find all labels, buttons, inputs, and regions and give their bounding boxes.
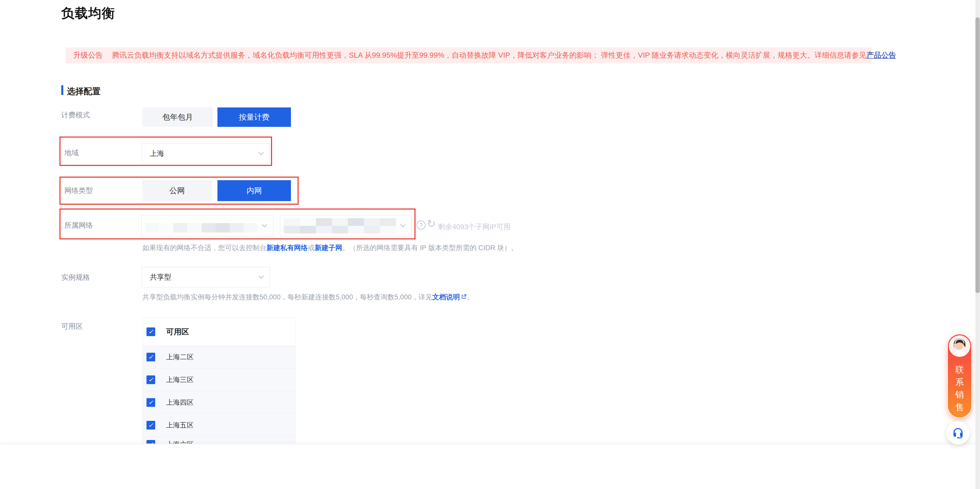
chevron-down-icon [259, 273, 264, 279]
zones-label: 可用区 [61, 322, 83, 331]
product-announcement-link[interactable]: 产品公告 [866, 50, 896, 61]
subnet-select[interactable] [280, 215, 412, 236]
select-all-checkbox[interactable]: ✓ [146, 327, 155, 336]
check-icon: ✓ [148, 422, 153, 429]
check-icon: ✓ [148, 328, 153, 335]
banner-message: 腾讯云负载均衡支持以域名方式提供服务，域名化负载均衡可用性更强，SLA 从99.… [112, 50, 866, 61]
network-help-suffix: 。（所选的网络需要具有 IP 版本类型所需的 CIDR 块）。 [342, 244, 518, 252]
chevron-down-icon [259, 150, 264, 155]
purchase-footer-bar: 数量 − + 实例费用 立即购买 [0, 444, 980, 489]
check-icon: ✓ [148, 376, 153, 383]
refresh-glyph: ↻ [427, 218, 436, 230]
scrollbar-thumb[interactable] [975, 18, 980, 293]
question-circle-icon[interactable]: ? [417, 220, 426, 230]
section-accent-bar [61, 85, 63, 95]
check-icon: ✓ [148, 399, 153, 406]
zone-name: 上海五区 [166, 421, 194, 430]
spec-help-text: 共享型负载均衡实例每分钟并发连接数50,000，每秒新建连接数5,000，每秒查… [142, 293, 474, 302]
banner-label: 升级公告 [73, 50, 103, 61]
redacted-vpc-value [145, 219, 258, 233]
zone-name: 上海六区 [166, 440, 194, 444]
zone-row-shanghai-3[interactable]: ✓ 上海三区 [143, 368, 296, 391]
instance-spec-value: 共享型 [150, 272, 171, 282]
zone-row-shanghai-2[interactable]: ✓ 上海二区 [143, 346, 296, 368]
network-help-or: 或 [308, 244, 315, 252]
spec-help-prefix: 共享型负载均衡实例每分钟并发连接数50,000，每秒新建连接数5,000，每秒查… [142, 293, 432, 301]
redacted-subnet-value [284, 218, 396, 234]
zone-row-shanghai-4[interactable]: ✓ 上海四区 [143, 391, 296, 414]
support-chat-button[interactable] [946, 421, 970, 444]
billing-option-prepaid[interactable]: 包年包月 [142, 107, 213, 127]
doc-link[interactable]: 文档说明 [432, 293, 460, 301]
create-subnet-link[interactable]: 新建子网 [315, 244, 342, 252]
avatar [949, 335, 970, 357]
billing-mode-label: 计费模式 [61, 110, 90, 120]
zone-checkbox[interactable]: ✓ [146, 376, 155, 384]
zone-checkbox[interactable]: ✓ [146, 398, 155, 407]
upgrade-banner: 升级公告 腾讯云负载均衡支持以域名方式提供服务，域名化负载均衡可用性更强，SLA… [65, 48, 872, 63]
network-help-text: 如果现有的网络不合适，您可以去控制台新建私有网络或新建子网。（所选的网络需要具有… [142, 243, 518, 252]
external-link-icon[interactable] [460, 293, 467, 300]
zone-name: 上海二区 [166, 352, 194, 362]
zone-row-shanghai-5[interactable]: ✓ 上海五区 [143, 414, 296, 437]
network-type-label: 网络类型 [64, 186, 93, 196]
vpc-select[interactable] [142, 215, 273, 236]
contact-sales-text: 联系销售 [955, 363, 964, 413]
check-icon: ✓ [148, 441, 153, 444]
zone-checkbox[interactable]: ✓ [146, 440, 155, 444]
region-select[interactable]: 上海 [142, 143, 270, 164]
zone-name: 上海四区 [166, 398, 194, 407]
zone-name: 上海三区 [166, 375, 194, 384]
chevron-down-icon [262, 222, 267, 228]
zone-checkbox[interactable]: ✓ [146, 421, 155, 430]
region-value: 上海 [150, 149, 164, 158]
zones-header-title: 可用区 [166, 327, 189, 337]
billing-option-payg[interactable]: 按量计费 [218, 107, 291, 127]
contact-sales-widget[interactable]: 联系销售 [947, 334, 972, 418]
network-type-public[interactable]: 公网 [142, 180, 212, 201]
region-label: 地域 [64, 148, 79, 158]
page-title: 负载均衡 [61, 5, 115, 22]
headset-icon [952, 427, 964, 439]
network-label: 所属网络 [64, 220, 93, 230]
zones-table: ✓ 可用区 ✓ 上海二区 ✓ 上海三区 ✓ 上海四区 ✓ 上海五区 ✓ 上海六区 [142, 317, 296, 444]
remaining-subnet-ip-text: 剩余4093个子网IP可用 [438, 222, 511, 232]
instance-spec-label: 实例规格 [61, 272, 90, 282]
network-type-private[interactable]: 内网 [218, 180, 291, 201]
question-glyph: ? [419, 222, 423, 229]
zone-row-partial[interactable]: ✓ 上海六区 [143, 437, 296, 444]
instance-spec-select[interactable]: 共享型 [142, 267, 270, 287]
chevron-down-icon [400, 222, 406, 228]
spec-help-suffix: 。 [467, 293, 474, 301]
zone-checkbox[interactable]: ✓ [146, 353, 155, 362]
zones-header-row: ✓ 可用区 [143, 318, 296, 346]
create-vpc-link[interactable]: 新建私有网络 [266, 244, 308, 252]
network-help-prefix: 如果现有的网络不合适，您可以去控制台 [142, 244, 266, 252]
check-icon: ✓ [148, 354, 153, 361]
section-title: 选择配置 [67, 86, 100, 97]
refresh-icon[interactable]: ↻ [427, 218, 436, 229]
